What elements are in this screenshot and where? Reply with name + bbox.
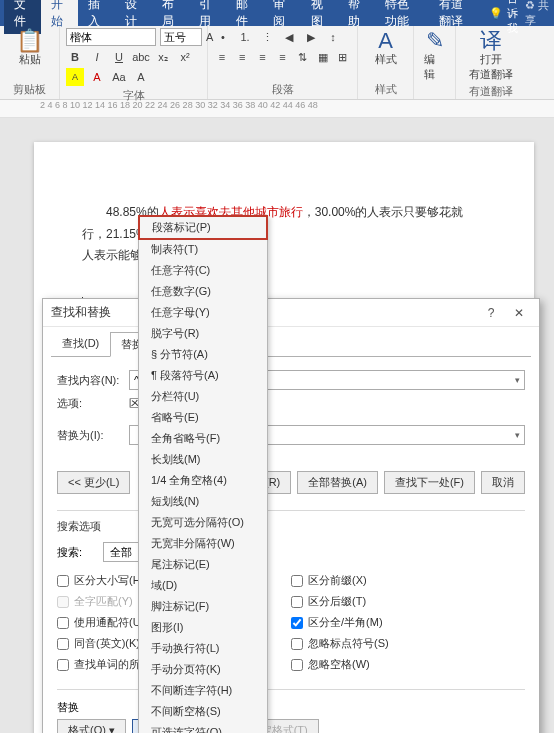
right-options: 区分前缀(X)区分后缀(T)区分全/半角(M)忽略标点符号(S)忽略空格(W) xyxy=(291,570,525,675)
special-menu-item[interactable]: 无宽可选分隔符(O) xyxy=(139,512,267,533)
borders-icon[interactable]: ⊞ xyxy=(335,48,351,66)
share-button[interactable]: ♻ 共享 xyxy=(525,0,550,28)
special-menu-item[interactable]: 可选连字符(O) xyxy=(139,722,267,733)
indent-dec-icon[interactable]: ◀ xyxy=(280,28,298,46)
option-checkbox[interactable]: 区分前缀(X) xyxy=(291,570,525,591)
font-size-select[interactable] xyxy=(160,28,202,46)
find-next-button[interactable]: 查找下一处(F) xyxy=(384,471,475,494)
special-menu-item[interactable]: 分栏符(U) xyxy=(139,386,267,407)
translate-button[interactable]: 译打开有道翻译 xyxy=(462,28,520,84)
option-checkbox[interactable]: 区分全/半角(M) xyxy=(291,612,525,633)
bold-icon[interactable]: B xyxy=(66,48,84,66)
replace-all-button[interactable]: 全部替换(A) xyxy=(297,471,378,494)
sort-icon[interactable]: ↕ xyxy=(324,28,342,46)
group-editing: ✎编辑 xyxy=(414,26,456,99)
multilevel-icon[interactable]: ⋮ xyxy=(258,28,276,46)
ribbon: 📋粘贴 剪贴板 A B I U abc x₂ x² A A Aa A 字体 • … xyxy=(0,26,554,100)
special-menu-item[interactable]: ¶ 段落符号(A) xyxy=(139,365,267,386)
less-button[interactable]: << 更少(L) xyxy=(57,471,130,494)
special-menu-item[interactable]: 长划线(M) xyxy=(139,449,267,470)
special-menu-item[interactable]: 全角省略号(F) xyxy=(139,428,267,449)
special-menu-item[interactable]: 手动分页符(K) xyxy=(139,659,267,680)
group-translate: 译打开有道翻译 有道翻译 xyxy=(456,26,526,99)
justify-icon[interactable]: ≡ xyxy=(274,48,290,66)
line-spacing-icon[interactable]: ⇅ xyxy=(295,48,311,66)
numbering-icon[interactable]: 1. xyxy=(236,28,254,46)
special-menu-item[interactable]: 手动换行符(L) xyxy=(139,638,267,659)
group-styles: A样式 样式 xyxy=(358,26,414,99)
special-menu-item[interactable]: 任意数字(G) xyxy=(139,281,267,302)
styles-button[interactable]: A样式 xyxy=(364,28,407,69)
search-direction-label: 搜索: xyxy=(57,545,97,560)
styles-icon: A xyxy=(378,30,393,52)
dialog-title: 查找和替换 xyxy=(51,304,111,321)
sup-icon[interactable]: x² xyxy=(176,48,194,66)
special-menu-item[interactable]: 不间断空格(S) xyxy=(139,701,267,722)
special-menu-item[interactable]: 段落标记(P) xyxy=(138,215,268,240)
option-checkbox[interactable]: 忽略空格(W) xyxy=(291,654,525,675)
bullets-icon[interactable]: • xyxy=(214,28,232,46)
sub-icon[interactable]: x₂ xyxy=(154,48,172,66)
chevron-down-icon: ▾ xyxy=(515,375,520,385)
chevron-down-icon: ▾ xyxy=(515,430,520,440)
special-menu-item[interactable]: 无宽非分隔符(W) xyxy=(139,533,267,554)
options-label: 选项: xyxy=(57,396,129,411)
align-center-icon[interactable]: ≡ xyxy=(234,48,250,66)
paste-icon: 📋 xyxy=(16,30,43,52)
strike-icon[interactable]: abc xyxy=(132,48,150,66)
find-replace-dialog: 查找和替换 ? ✕ 查找(D) 替换(P) 定位(G) 查找内容(N): ^p▾… xyxy=(42,298,540,733)
special-menu-item[interactable]: 任意字符(C) xyxy=(139,260,267,281)
special-menu-item[interactable]: 尾注标记(E) xyxy=(139,554,267,575)
group-font: A B I U abc x₂ x² A A Aa A 字体 xyxy=(60,26,208,99)
special-menu-item[interactable]: 省略号(E) xyxy=(139,407,267,428)
special-menu-item[interactable]: 短划线(N) xyxy=(139,491,267,512)
special-menu-item[interactable]: 脚注标记(F) xyxy=(139,596,267,617)
search-options-heading: 搜索选项 xyxy=(43,515,539,538)
special-menu-item[interactable]: 域(D) xyxy=(139,575,267,596)
align-right-icon[interactable]: ≡ xyxy=(254,48,270,66)
translate-icon: 译 xyxy=(480,30,502,52)
option-checkbox[interactable]: 忽略标点符号(S) xyxy=(291,633,525,654)
group-paragraph: • 1. ⋮ ◀ ▶ ↕ ≡ ≡ ≡ ≡ ⇅ ▦ ⊞ 段落 xyxy=(208,26,358,99)
shading-icon[interactable]: ▦ xyxy=(315,48,331,66)
align-left-icon[interactable]: ≡ xyxy=(214,48,230,66)
italic-icon[interactable]: I xyxy=(88,48,106,66)
special-menu-item[interactable]: 不间断连字符(H) xyxy=(139,680,267,701)
option-checkbox[interactable]: 区分后缀(T) xyxy=(291,591,525,612)
special-menu-item[interactable]: § 分节符(A) xyxy=(139,344,267,365)
ruler: 2 4 6 8 10 12 14 16 18 20 22 24 26 28 30… xyxy=(0,100,554,118)
special-menu-item[interactable]: 制表符(T) xyxy=(139,239,267,260)
format-button[interactable]: 格式(O) ▾ xyxy=(57,719,126,733)
editing-button[interactable]: ✎编辑 xyxy=(420,28,449,84)
menu-bar: 文件 开始 插入 设计 布局 引用 邮件 审阅 视图 帮助 特色功能 有道翻译 … xyxy=(0,0,554,26)
cancel-button[interactable]: 取消 xyxy=(481,471,525,494)
editing-icon: ✎ xyxy=(426,30,444,52)
find-label: 查找内容(N): xyxy=(57,373,129,388)
replace-label: 替换为(I): xyxy=(57,428,129,443)
underline-icon[interactable]: U xyxy=(110,48,128,66)
paste-button[interactable]: 📋粘贴 xyxy=(6,28,53,69)
group-clipboard: 📋粘贴 剪贴板 xyxy=(0,26,60,99)
help-icon[interactable]: ? xyxy=(479,303,503,323)
char-border-icon[interactable]: Aa xyxy=(110,68,128,86)
special-menu-item[interactable]: 1/4 全角空格(4) xyxy=(139,470,267,491)
clear-format-icon[interactable]: A xyxy=(132,68,150,86)
dialog-titlebar[interactable]: 查找和替换 ? ✕ xyxy=(43,299,539,327)
font-family-select[interactable] xyxy=(66,28,156,46)
special-menu-item[interactable]: 任意字母(Y) xyxy=(139,302,267,323)
close-icon[interactable]: ✕ xyxy=(507,303,531,323)
special-menu-item[interactable]: 脱字号(R) xyxy=(139,323,267,344)
highlight-icon[interactable]: A xyxy=(66,68,84,86)
bottom-label: 替换 xyxy=(57,700,525,715)
special-menu-item[interactable]: 图形(I) xyxy=(139,617,267,638)
dialog-tabs: 查找(D) 替换(P) 定位(G) xyxy=(43,327,539,356)
font-color-icon[interactable]: A xyxy=(88,68,106,86)
indent-inc-icon[interactable]: ▶ xyxy=(302,28,320,46)
tab-find[interactable]: 查找(D) xyxy=(51,331,110,356)
special-format-menu: 段落标记(P)制表符(T)任意字符(C)任意数字(G)任意字母(Y)脱字号(R)… xyxy=(138,215,268,733)
